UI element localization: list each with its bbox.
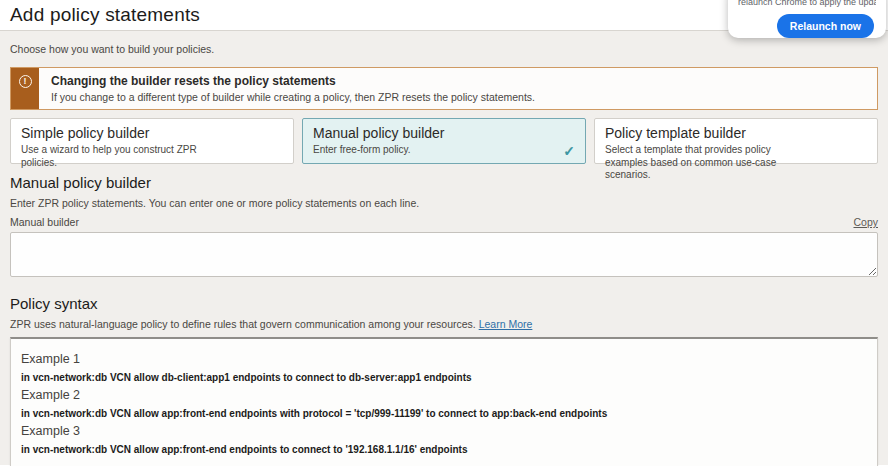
card-title: Manual policy builder bbox=[313, 125, 575, 141]
manual-builder-field-label: Manual builder bbox=[10, 216, 79, 228]
card-policy-template-builder[interactable]: Policy template builder Select a templat… bbox=[594, 118, 878, 164]
card-simple-policy-builder[interactable]: Simple policy builder Use a wizard to he… bbox=[10, 118, 294, 164]
browser-update-popup: relaunch Chrome to apply the update Rela… bbox=[728, 0, 886, 38]
example-label: Example 1 bbox=[21, 352, 867, 366]
policy-syntax-description-text: ZPR uses natural-language policy to defi… bbox=[10, 318, 476, 330]
warning-body: If you change to a different type of bui… bbox=[51, 91, 535, 103]
manual-builder-description: Enter ZPR policy statements. You can ent… bbox=[10, 197, 878, 209]
policy-syntax-description: ZPR uses natural-language policy to defi… bbox=[10, 318, 878, 330]
example-statement: in vcn-network:db VCN allow db-client:ap… bbox=[21, 372, 867, 383]
example-statement: in vcn-network:db VCN allow app:front-en… bbox=[21, 408, 867, 419]
builder-options-row: Simple policy builder Use a wizard to he… bbox=[10, 118, 878, 164]
warning-texts: Changing the builder resets the policy s… bbox=[39, 68, 545, 109]
page-title: Add policy statements bbox=[10, 4, 200, 26]
checkmark-icon: ✓ bbox=[563, 143, 575, 159]
manual-builder-textarea[interactable] bbox=[10, 232, 878, 277]
example-label: Example 3 bbox=[21, 424, 867, 438]
card-description: Enter free-form policy. bbox=[313, 144, 575, 157]
example-label: Example 2 bbox=[21, 388, 867, 402]
learn-more-link[interactable]: Learn More bbox=[479, 318, 533, 330]
example-statement: in vcn-network:db VCN allow app:front-en… bbox=[21, 444, 867, 455]
copy-link[interactable]: Copy bbox=[853, 216, 878, 228]
warning-title: Changing the builder resets the policy s… bbox=[51, 74, 535, 88]
policy-syntax-heading: Policy syntax bbox=[10, 295, 878, 312]
manual-builder-label-row: Manual builder Copy bbox=[10, 216, 878, 228]
relaunch-now-button[interactable]: Relaunch now bbox=[777, 14, 874, 38]
page-subtitle: Choose how you want to build your polici… bbox=[10, 43, 878, 55]
main-content: Choose how you want to build your polici… bbox=[0, 31, 888, 465]
update-popup-message: relaunch Chrome to apply the update bbox=[738, 0, 876, 8]
card-description: Use a wizard to help you construct ZPR p… bbox=[21, 144, 283, 169]
card-title: Simple policy builder bbox=[21, 125, 283, 141]
card-manual-policy-builder[interactable]: Manual policy builder Enter free-form po… bbox=[302, 118, 586, 164]
warning-banner: ! Changing the builder resets the policy… bbox=[10, 67, 878, 110]
policy-syntax-examples-box: Example 1 in vcn-network:db VCN allow db… bbox=[10, 337, 878, 466]
card-description: Select a template that provides policy e… bbox=[605, 144, 867, 182]
warning-accent-block: ! bbox=[11, 68, 39, 109]
exclamation-circle-icon: ! bbox=[19, 75, 32, 88]
card-title: Policy template builder bbox=[605, 125, 867, 141]
